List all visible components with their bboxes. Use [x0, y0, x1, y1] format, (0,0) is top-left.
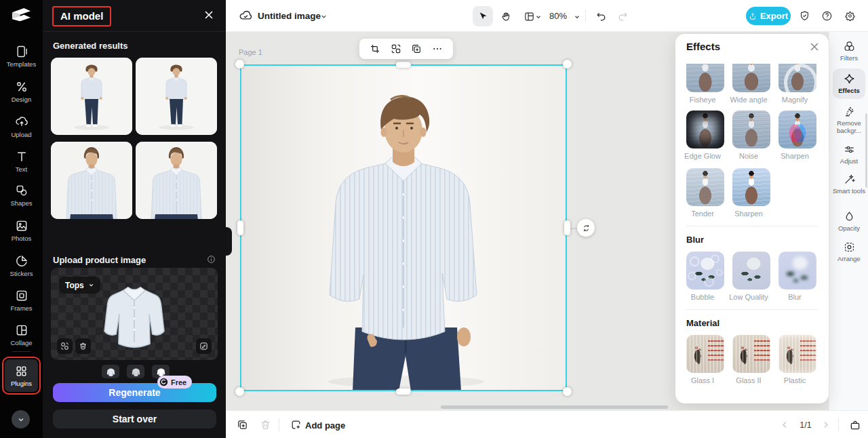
chevron-down-icon[interactable] [574, 14, 580, 20]
chevron-down-icon[interactable] [535, 14, 542, 20]
resize-handle-bottom[interactable] [396, 389, 411, 395]
sidebar-item-arrange[interactable]: Arrange [829, 241, 868, 262]
effect-thumbnail-tender[interactable] [686, 168, 724, 206]
sidebar-item-frames[interactable]: Frames [0, 289, 43, 312]
generated-result-thumbnail-4[interactable] [136, 142, 217, 219]
replace-product-button[interactable] [57, 338, 73, 354]
sample-product-thumbnail-2[interactable] [127, 365, 144, 378]
redo-button[interactable] [612, 6, 633, 26]
resize-handle-left[interactable] [237, 220, 243, 235]
sidebar-item-plugins[interactable]: Plugins [5, 359, 38, 392]
category-value: Tops [65, 281, 84, 290]
photos-icon [15, 219, 28, 233]
effect-thumbnail-glass-2[interactable] [732, 335, 770, 373]
close-panel-button[interactable] [204, 10, 214, 20]
rail-divider [12, 351, 31, 352]
more-options-button[interactable] [429, 41, 446, 57]
effect-thumbnail-low-quality[interactable] [732, 252, 770, 290]
result-image [136, 58, 217, 135]
crop-button[interactable] [367, 41, 383, 57]
sidebar-item-filters[interactable]: Filters [829, 40, 868, 62]
next-page-button[interactable] [819, 418, 832, 431]
generated-result-thumbnail-1[interactable] [51, 58, 132, 135]
undo-button[interactable] [591, 6, 611, 26]
smart-tools-icon [843, 173, 856, 186]
effect-thumbnail-magnify[interactable] [778, 64, 816, 92]
present-button[interactable] [848, 418, 861, 431]
sidebar-item-opacity[interactable]: Opacity [829, 210, 868, 232]
sidebar-item-smart-tools[interactable]: Smart tools [829, 173, 868, 195]
edit-product-button[interactable] [196, 338, 212, 354]
sidebar-item-effects[interactable]: Effects [829, 73, 868, 94]
sidebar-item-upload[interactable]: Upload [0, 115, 43, 138]
effect-thumbnail-edge-glow[interactable] [686, 111, 724, 148]
regenerate-button[interactable]: Regenerate [53, 383, 216, 402]
sidebar-item-design[interactable]: Design [0, 80, 43, 103]
generated-result-thumbnail-2[interactable] [136, 58, 217, 135]
previous-page-button[interactable] [778, 418, 791, 431]
start-over-button[interactable]: Start over [53, 410, 216, 429]
resize-handle-bottom-left[interactable] [235, 387, 244, 396]
effect-thumbnail-blur[interactable] [778, 252, 816, 290]
right-rail-scrollbar[interactable] [865, 113, 867, 188]
rotate-handle[interactable] [577, 219, 595, 237]
sample-product-thumbnail-1[interactable] [102, 365, 119, 378]
info-icon[interactable] [207, 255, 216, 264]
selected-image[interactable] [240, 64, 567, 391]
duplicate-icon [411, 43, 422, 54]
cloud-saved-icon[interactable] [239, 9, 253, 23]
sidebar-item-shapes[interactable]: Shapes [0, 184, 43, 207]
sidebar-item-label: Templates [0, 60, 43, 68]
export-button[interactable]: Export [746, 7, 791, 25]
sidebar-item-remove-background[interactable]: Remove backgr... [829, 105, 868, 135]
resize-handle-top-left[interactable] [235, 60, 244, 68]
sidebar-item-templates[interactable]: Templates [0, 45, 43, 68]
effects-list: Fisheye Wide angle Magnify Edge Glow Noi… [686, 64, 818, 403]
resize-handle-top[interactable] [396, 62, 411, 68]
chevron-down-icon[interactable] [320, 13, 328, 20]
effect-thumbnail-fisheye[interactable] [686, 64, 724, 92]
delete-product-button[interactable] [75, 338, 91, 354]
sidebar-item-stickers[interactable]: Stickers [0, 254, 43, 277]
select-tool-button[interactable] [473, 6, 493, 26]
effect-thumbnail-sharpen-2[interactable] [732, 168, 770, 206]
shield-check-icon[interactable] [799, 10, 810, 22]
add-page-icon [290, 419, 302, 431]
canvas-horizontal-scrollbar[interactable] [441, 405, 668, 409]
effect-thumbnail-noise[interactable] [732, 111, 770, 148]
replace-button[interactable] [388, 41, 404, 57]
result-image [136, 142, 217, 219]
add-page-button[interactable] [290, 418, 302, 431]
zoom-level[interactable]: 80% [549, 11, 567, 21]
category-dropdown[interactable]: Tops [59, 277, 100, 294]
resize-handle-bottom-right[interactable] [563, 387, 572, 396]
sidebar-item-text[interactable]: Text [0, 150, 43, 173]
close-effects-button[interactable] [810, 42, 819, 52]
effect-thumbnail-bubble[interactable] [686, 252, 724, 290]
document-title[interactable]: Untitled image [258, 11, 321, 21]
effect-thumbnail-glass-1[interactable] [686, 335, 724, 373]
trash-icon [79, 342, 87, 351]
capcut-logo[interactable] [11, 7, 32, 25]
sidebar-item-photos[interactable]: Photos [0, 219, 43, 242]
resize-handle-right[interactable] [564, 220, 570, 235]
hand-tool-button[interactable] [496, 6, 516, 26]
effect-thumbnail-wide-angle[interactable] [732, 64, 770, 92]
sidebar-item-adjust[interactable]: Adjust [829, 143, 868, 165]
collapse-rail-button[interactable] [12, 410, 30, 429]
effect-thumbnail-sharpen[interactable] [778, 111, 816, 148]
right-sidebar: Filters Effects Remove backgr... Adjust … [829, 32, 868, 410]
templates-icon [15, 45, 28, 58]
effect-thumbnail-plastic[interactable] [778, 335, 816, 373]
generated-result-thumbnail-3[interactable] [51, 142, 132, 219]
add-page-label[interactable]: Add page [305, 420, 345, 431]
settings-gear-icon[interactable] [844, 10, 856, 22]
duplicate-button[interactable] [408, 41, 425, 57]
resize-handle-top-right[interactable] [563, 60, 572, 68]
sidebar-item-collage[interactable]: Collage [0, 323, 43, 346]
panel-collapse-tab[interactable] [226, 227, 232, 256]
help-icon[interactable] [821, 10, 833, 22]
duplicate-page-button[interactable] [236, 418, 249, 431]
left-sidebar: Templates Design Upload Text Shapes Phot… [0, 0, 43, 438]
delete-page-button[interactable] [259, 418, 272, 431]
